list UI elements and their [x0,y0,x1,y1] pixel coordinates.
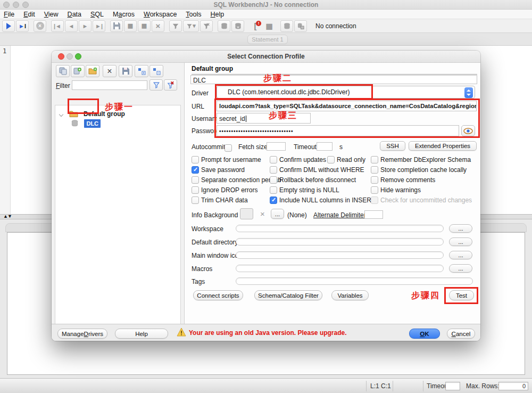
option-store-completion-cache[interactable]: Store completion cache locally [371,165,467,175]
commit-button[interactable] [218,20,230,32]
url-field[interactable]: loudapi.com?task_type=SQLTask&datasource… [217,101,477,111]
alternate-delimiter-label[interactable]: Alternate Delimiter [313,211,366,219]
menu-sql[interactable]: SQL [90,11,104,18]
option-read-only[interactable]: Read only [327,154,365,165]
menu-macros[interactable]: Macros [113,11,135,18]
max-rows-field[interactable]: 0 [498,382,528,390]
menu-tools[interactable]: Tools [186,11,201,18]
default-directory-field[interactable] [236,238,444,245]
option-separate-connection[interactable]: Separate connection per tab [192,175,281,185]
max-rows-label: Max. Rows: [466,382,500,390]
collapse-tree-button[interactable] [149,65,163,77]
option-trim-char-data[interactable]: Trim CHAR data [192,195,248,205]
option-confirm-dml[interactable]: Confirm DML without WHERE [270,165,364,175]
delete-profile-button[interactable]: × [103,65,117,77]
cancel-statement-button[interactable]: × [34,20,46,32]
menu-data[interactable]: Data [68,11,81,18]
save-changes-button[interactable] [110,20,123,32]
db-explorer-button[interactable] [280,20,293,32]
option-remember-dbexplorer-schema[interactable]: Remember DbExplorer Schema [371,154,471,165]
menu-edit[interactable]: Edit [23,11,35,18]
rollback-button[interactable] [231,20,244,32]
option-confirm-updates[interactable]: Confirm updates [270,154,326,165]
schema-catalog-filter-button[interactable]: Schema/Catalog Filter [254,290,322,300]
db-tree-button[interactable] [294,20,307,32]
alternate-delimiter-field[interactable] [364,210,383,219]
menu-file[interactable]: File [4,11,14,18]
help-button[interactable]: Help [115,329,168,339]
cancel-button[interactable]: Cancel [447,329,475,339]
chevron-expanded-icon[interactable] [59,112,63,117]
next-row-button[interactable]: ► [79,20,92,32]
new-profile-button[interactable] [71,65,85,77]
tab-statement-1[interactable]: Statement 1 [247,35,288,44]
remove-filter-button[interactable] [200,20,213,32]
extended-properties-button[interactable]: Extended Properties [409,141,477,151]
profile-name-field[interactable]: DLC [190,75,477,84]
autocommit-checkbox[interactable] [225,144,232,152]
filter-icon [153,81,160,89]
delete-icon: × [107,67,112,76]
workspace-field[interactable] [236,225,444,232]
option-ignore-drop-errors[interactable]: Ignore DROP errors [192,185,257,195]
tree-profile-row[interactable]: DLC [71,118,101,128]
connect-scripts-button[interactable]: Connect scripts [193,290,243,300]
main-window-icon-field[interactable] [236,251,444,259]
option-empty-string-null[interactable]: Empty string is NULL [270,185,339,195]
expand-tree-button[interactable] [135,65,148,77]
combo-stepper-icon[interactable] [464,87,473,98]
window-title: SQL Workbench/J - No connection [0,1,532,9]
insert-row-button[interactable]: ▦ [124,20,137,32]
warning-icon [177,328,186,337]
splitter-arrows-icon[interactable]: ▲▼ [3,214,12,219]
main-window-icon-browse-button[interactable]: ... [449,251,472,259]
pick-color-button[interactable]: ... [271,209,284,219]
apply-filter-button[interactable] [149,79,163,91]
clear-filter-button[interactable] [164,79,177,91]
delete-row-button[interactable]: × [152,20,164,32]
variables-button[interactable]: Variables [331,290,369,300]
save-profiles-button[interactable] [119,65,132,77]
new-group-button[interactable] [86,65,99,77]
ok-button[interactable]: OK [409,329,440,339]
clear-color-button[interactable]: × [256,208,269,219]
driver-combobox[interactable]: DLC (com.tencent.cloud.dlc.jdbc.DlcDrive… [217,86,475,99]
filter-data-button[interactable] [169,20,182,32]
option-prompt-for-username[interactable]: Prompt for username [192,154,261,165]
menu-view[interactable]: View [44,11,59,18]
last-row-button[interactable]: ►| [93,20,105,32]
ssh-button[interactable]: SSH [380,141,405,151]
macros-browse-button[interactable]: ... [449,264,472,273]
fetch-size-field[interactable] [267,142,286,151]
copy-profile-button[interactable] [56,65,70,77]
copy-row-button[interactable]: ▦ [138,20,151,32]
password-field[interactable]: ••••••••••••••••••••••••••••••• [217,125,459,136]
show-password-button[interactable] [461,125,475,136]
first-row-button[interactable]: |◄ [51,20,64,32]
timeout-field[interactable] [317,142,332,151]
filter-input[interactable] [72,80,147,90]
color-swatch[interactable] [240,208,253,219]
option-hide-warnings[interactable]: Hide warnings [371,185,421,195]
table-copy-icon: ▦ [142,22,147,29]
workspace-browse-button[interactable]: ... [449,224,472,233]
prev-row-button[interactable]: ◄ [65,20,78,32]
macros-field[interactable] [236,265,444,272]
option-remove-comments[interactable]: Remove comments [371,175,435,185]
execute-all-button[interactable] [2,20,15,32]
option-include-null-columns[interactable]: Include NULL columns in INSERTs [270,195,378,205]
test-button[interactable]: Test [449,290,474,300]
tags-field[interactable] [236,277,473,285]
connect-button[interactable]: [ ! [249,20,262,32]
menu-workspace[interactable]: Workspace [144,11,177,18]
option-save-password[interactable]: Save password [192,165,245,175]
default-directory-browse-button[interactable]: ... [449,238,472,246]
option-rollback-before-disconnect[interactable]: Rollback before disconnect [270,175,356,185]
menu-help[interactable]: Help [211,11,225,18]
execute-current-button[interactable]: ►I [16,20,29,32]
manage-drivers-button[interactable]: Manage Drivers [57,329,107,339]
filter-dropdown-button[interactable]: ▾ [183,20,199,32]
timeout-field[interactable] [445,382,460,390]
window-list-button[interactable]: ▦ [263,20,276,32]
tree-profile-label[interactable]: DLC [84,119,101,128]
